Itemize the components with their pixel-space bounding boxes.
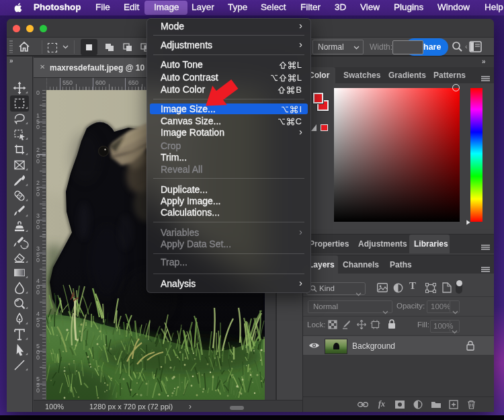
svg-text:»: » xyxy=(9,57,13,65)
